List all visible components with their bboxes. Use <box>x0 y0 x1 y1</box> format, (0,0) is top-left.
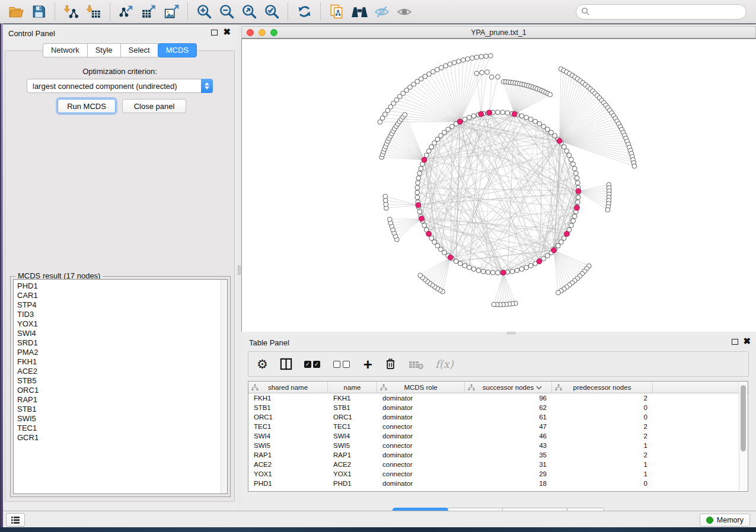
ring-node[interactable] <box>528 117 533 122</box>
satellite-node[interactable] <box>632 164 637 168</box>
ring-node[interactable] <box>435 243 440 248</box>
zoom-fit-icon[interactable] <box>240 2 259 21</box>
mcds-hub-node[interactable] <box>448 255 453 260</box>
deselect-all-icon[interactable] <box>333 355 352 373</box>
open-folder-icon[interactable] <box>7 2 25 21</box>
satellite-node[interactable] <box>496 75 500 79</box>
ring-node[interactable] <box>569 223 573 228</box>
ring-node[interactable] <box>462 264 467 268</box>
splitter-handle[interactable] <box>238 265 241 275</box>
ring-node[interactable] <box>454 259 458 264</box>
ring-node[interactable] <box>524 265 529 270</box>
import-network-icon[interactable] <box>62 2 81 21</box>
search-input[interactable] <box>594 7 741 16</box>
ring-node[interactable] <box>432 141 437 146</box>
ring-node[interactable] <box>426 149 431 153</box>
ring-node[interactable] <box>429 236 434 241</box>
ring-node[interactable] <box>572 166 577 171</box>
ring-node[interactable] <box>417 209 422 214</box>
mcds-hub-node[interactable] <box>479 111 484 117</box>
satellite-node[interactable] <box>418 273 423 278</box>
memory-button[interactable]: Memory <box>700 514 750 527</box>
mcds-result-item[interactable]: ORC1 <box>17 386 227 395</box>
run-mcds-button[interactable]: Run MCDS <box>58 99 116 113</box>
column-header-successor-nodes[interactable]: successor nodes <box>465 382 552 393</box>
satellite-node[interactable] <box>383 194 388 199</box>
mcds-hub-node[interactable] <box>512 111 517 117</box>
mcds-result-item[interactable]: TID3 <box>17 310 227 319</box>
mcds-result-item[interactable]: GCR1 <box>17 433 227 443</box>
ring-node[interactable] <box>562 145 566 149</box>
export-image-icon[interactable] <box>162 2 181 21</box>
column-header-name[interactable]: name <box>328 382 377 393</box>
mcds-hub-node[interactable] <box>574 205 579 210</box>
ring-node[interactable] <box>541 257 546 261</box>
clone-network-icon[interactable] <box>327 2 346 21</box>
satellite-node[interactable] <box>485 70 490 75</box>
ring-node[interactable] <box>476 268 481 273</box>
ring-node[interactable] <box>486 270 490 275</box>
ring-node[interactable] <box>515 268 519 273</box>
table-row[interactable]: ACE2ACE2connector311 <box>248 460 748 469</box>
satellite-node[interactable] <box>489 75 494 79</box>
table-row[interactable]: RAP1RAP1dominator352 <box>248 450 748 460</box>
satellite-node[interactable] <box>474 55 479 60</box>
table-row[interactable]: FKH1FKH1dominator962 <box>248 393 748 403</box>
save-icon[interactable] <box>29 2 48 21</box>
mcds-hub-node[interactable] <box>426 231 432 236</box>
ring-node[interactable] <box>564 149 569 153</box>
ring-node[interactable] <box>439 247 444 252</box>
zoom-in-icon[interactable] <box>194 2 213 21</box>
ring-node[interactable] <box>471 114 476 118</box>
ring-node[interactable] <box>481 269 486 274</box>
vertical-splitter[interactable] <box>237 24 241 511</box>
delete-icon[interactable] <box>384 355 397 373</box>
scrollbar-thumb[interactable] <box>741 385 746 451</box>
satellite-node[interactable] <box>492 302 496 307</box>
column-header-shared-name[interactable]: shared name <box>248 382 328 393</box>
satellite-node[interactable] <box>556 290 560 295</box>
satellite-node[interactable] <box>403 113 407 117</box>
optimization-criterion-select[interactable]: largest connected component (undirected) <box>27 79 213 93</box>
mcds-hub-node[interactable] <box>416 203 421 208</box>
ring-node[interactable] <box>537 121 542 126</box>
mcds-hub-node[interactable] <box>501 270 506 275</box>
satellite-node[interactable] <box>465 57 470 62</box>
ring-node[interactable] <box>573 171 578 176</box>
ring-node[interactable] <box>569 157 573 162</box>
mcds-hub-node[interactable] <box>422 157 427 162</box>
ring-node[interactable] <box>510 269 515 274</box>
ring-node[interactable] <box>415 185 420 190</box>
ring-node[interactable] <box>562 236 566 241</box>
mcds-hub-node[interactable] <box>564 231 570 236</box>
mcds-result-item[interactable]: STB5 <box>17 376 227 386</box>
ring-node[interactable] <box>416 176 421 181</box>
mcds-result-item[interactable]: STB1 <box>17 405 227 414</box>
export-network-icon[interactable] <box>117 2 136 21</box>
satellite-node[interactable] <box>461 57 465 62</box>
ring-node[interactable] <box>545 254 550 258</box>
show-graphics-details-icon[interactable] <box>395 2 414 21</box>
ring-node[interactable] <box>415 195 420 200</box>
satellite-node[interactable] <box>605 207 610 212</box>
ring-node[interactable] <box>571 219 576 223</box>
table-row[interactable]: YOX1YOX1connector291 <box>248 469 748 479</box>
select-all-icon[interactable]: ✓✓ <box>304 355 322 373</box>
table-row[interactable]: TEC1TEC1connector472 <box>248 422 748 431</box>
table-row[interactable]: PHD1PHD1dominator180 <box>248 479 748 488</box>
ring-node[interactable] <box>417 171 422 176</box>
ring-node[interactable] <box>419 166 423 171</box>
satellite-node[interactable] <box>452 60 457 65</box>
first-neighbors-icon[interactable] <box>350 2 369 21</box>
mcds-result-list[interactable]: PHD1CAR1STP4TID3YOX1SWI4SRD1PMA2FKH1ACE2… <box>13 279 228 494</box>
node-table-body[interactable]: FKH1FKH1dominator962STB1STB1dominator620… <box>248 393 748 488</box>
ring-node[interactable] <box>505 111 510 116</box>
ring-node[interactable] <box>439 133 444 138</box>
ring-node[interactable] <box>567 153 572 158</box>
ring-node[interactable] <box>519 114 524 118</box>
tab-network[interactable]: Network <box>43 43 88 57</box>
ring-node[interactable] <box>496 271 500 275</box>
satellite-node[interactable] <box>489 53 493 58</box>
tab-select[interactable]: Select <box>120 43 158 57</box>
columns-icon[interactable] <box>279 355 293 373</box>
